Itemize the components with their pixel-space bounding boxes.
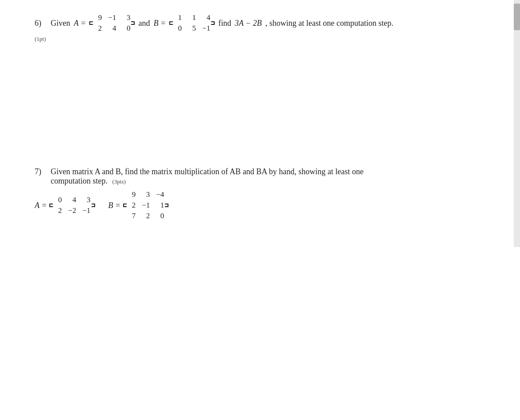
q7-b-20: 7 <box>128 212 136 220</box>
q7-description-line1: Given matrix A and B, find the matrix mu… <box>51 167 364 176</box>
q6-b-label: B = <box>153 19 166 28</box>
q7-b-matrix: 9 3 −4 2 −1 1 7 2 0 <box>123 190 168 220</box>
q7-a-12: −1 <box>82 206 90 215</box>
q7-description-block: Given matrix A and B, find the matrix mu… <box>51 167 364 186</box>
page: 6) Given A = 9 −1 3 2 4 0 and B = <box>0 0 520 247</box>
q7-a-02: 3 <box>82 196 90 204</box>
q6-instruction2: , showing at least one computation step. <box>265 19 393 28</box>
q7-b-bracket-left <box>123 204 127 207</box>
q6-content: 6) Given A = 9 −1 3 2 4 0 and B = <box>35 13 498 33</box>
q7-b-10: 2 <box>128 201 136 210</box>
q6-a-bracket-left <box>89 21 93 25</box>
q6-b-bracket-right <box>211 21 215 25</box>
q7-b-bracket-right <box>165 204 168 207</box>
q6-a-label: A = <box>74 19 86 28</box>
q7-a-bracket-right <box>92 204 95 207</box>
q6-b-matrix: 1 1 4 0 5 −1 <box>169 13 215 33</box>
q6-a-00: 9 <box>94 13 102 22</box>
q7-b-assign: B = 9 3 −4 2 −1 1 7 2 0 <box>108 190 169 220</box>
q7-description-line2: computation step. (3pts) <box>51 176 364 186</box>
scrollbar[interactable] <box>514 0 520 247</box>
q7-b-02: −4 <box>156 190 164 199</box>
scrollbar-thumb[interactable] <box>514 4 520 30</box>
q7-b-label: B = <box>108 201 121 210</box>
q6-b-01: 1 <box>188 13 196 22</box>
q6-b-00: 1 <box>174 13 182 22</box>
q7-b-12: 1 <box>156 201 164 210</box>
q7-title-line: 7) Given matrix A and B, find the matrix… <box>35 167 498 186</box>
q7-a-00: 0 <box>54 196 62 204</box>
q7-desc2: computation step. <box>51 176 108 185</box>
q7-number: 7) <box>35 167 47 176</box>
q6-formula: 3A − 2B <box>235 19 262 28</box>
q7-a-11: −2 <box>68 206 76 215</box>
q7-a-10: 2 <box>54 206 62 215</box>
question-7-block: 7) Given matrix A and B, find the matrix… <box>22 167 498 220</box>
q7-b-21: 2 <box>142 212 150 220</box>
q6-a-12: 0 <box>122 24 130 33</box>
q7-b-body: 9 3 −4 2 −1 1 7 2 0 <box>128 190 164 220</box>
q6-number: 6) <box>35 19 47 28</box>
question-6-block: 6) Given A = 9 −1 3 2 4 0 and B = <box>22 13 498 43</box>
q6-b-11: 5 <box>188 24 196 33</box>
q6-a-bracket-right <box>131 21 135 25</box>
q6-a-body: 9 −1 3 2 4 0 <box>94 13 130 33</box>
q6-b-10: 0 <box>174 24 182 33</box>
q6-a-matrix: 9 −1 3 2 4 0 <box>89 13 135 33</box>
q7-b-00: 9 <box>128 190 136 199</box>
q6-a-01: −1 <box>108 13 116 22</box>
q7-a-bracket-left <box>49 204 53 207</box>
q6-b-12: −1 <box>202 24 210 33</box>
q6-a-10: 2 <box>94 24 102 33</box>
q6-b-02: 4 <box>202 13 210 22</box>
q7-b-11: −1 <box>142 201 150 210</box>
q6-a-02: 3 <box>122 13 130 22</box>
q7-header: 7) Given matrix A and B, find the matrix… <box>35 167 498 186</box>
q7-b-01: 3 <box>142 190 150 199</box>
q7-points: (3pts) <box>112 178 125 185</box>
q7-a-assign: A = 0 4 3 2 −2 −1 <box>35 196 95 215</box>
q6-points: (1pt) <box>35 36 498 43</box>
q6-b-bracket-left <box>169 21 173 25</box>
q7-b-22: 0 <box>156 212 164 220</box>
q7-matrices-row: A = 0 4 3 2 −2 −1 B = <box>35 190 498 220</box>
q6-connector: and <box>138 19 150 28</box>
q7-a-label: A = <box>35 201 47 210</box>
q6-a-11: 4 <box>108 24 116 33</box>
q6-b-body: 1 1 4 0 5 −1 <box>174 13 210 33</box>
q7-desc1: Given matrix A and B, find the matrix mu… <box>51 167 364 176</box>
q6-instruction: find <box>218 19 231 28</box>
q7-a-01: 4 <box>68 196 76 204</box>
q7-a-matrix: 0 4 3 2 −2 −1 <box>49 196 95 215</box>
q7-a-body: 0 4 3 2 −2 −1 <box>54 196 90 215</box>
q6-given-text: Given <box>51 19 70 28</box>
